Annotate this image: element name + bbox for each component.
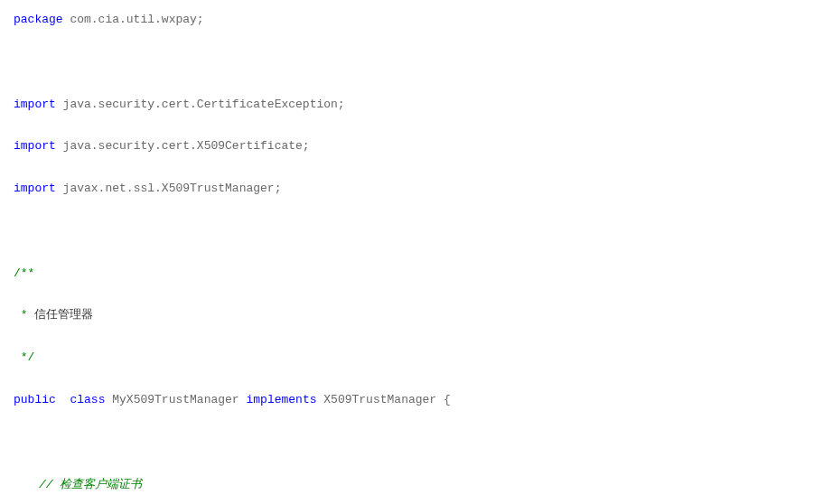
blank-line [14, 51, 809, 72]
javadoc-line: * 信任管理器 [14, 304, 809, 325]
javadoc-text: 信任管理器 [34, 308, 93, 322]
import-path: javax.net.ssl.X509TrustManager; [56, 182, 282, 195]
code-block: package com.cia.util.wxpay; import java.… [14, 9, 809, 504]
javadoc-close: */ [14, 350, 34, 364]
space [56, 393, 70, 406]
javadoc-open: /** [14, 266, 34, 280]
keyword-implements: implements [246, 393, 316, 406]
keyword-import: import [14, 139, 56, 153]
keyword-import: import [14, 182, 56, 195]
import-path: java.security.cert.X509Certificate; [56, 139, 310, 153]
blank-line [14, 220, 809, 241]
class-decl: public class MyX509TrustManager implemen… [14, 389, 809, 410]
keyword-public: public [14, 393, 56, 406]
keyword-class: class [70, 393, 105, 406]
comment-line: // 检查客户端证书 [14, 474, 809, 495]
javadoc-line: /** [14, 263, 809, 284]
blank-line [14, 432, 809, 453]
comment-text: // 检查客户端证书 [39, 478, 142, 491]
code-line: import javax.net.ssl.X509TrustManager; [14, 178, 809, 199]
interface-name: X509TrustManager { [323, 393, 450, 406]
class-name: MyX509TrustManager [112, 393, 246, 406]
package-name: com.cia.util.wxpay; [63, 13, 204, 26]
javadoc-line: */ [14, 347, 809, 368]
keyword-import: import [14, 98, 56, 111]
code-line: import java.security.cert.X509Certificat… [14, 135, 809, 156]
code-line: import java.security.cert.CertificateExc… [14, 94, 809, 115]
import-path: java.security.cert.CertificateException; [56, 98, 345, 111]
code-line: package com.cia.util.wxpay; [14, 9, 809, 30]
keyword-package: package [14, 13, 63, 26]
javadoc-star: * [14, 308, 34, 322]
